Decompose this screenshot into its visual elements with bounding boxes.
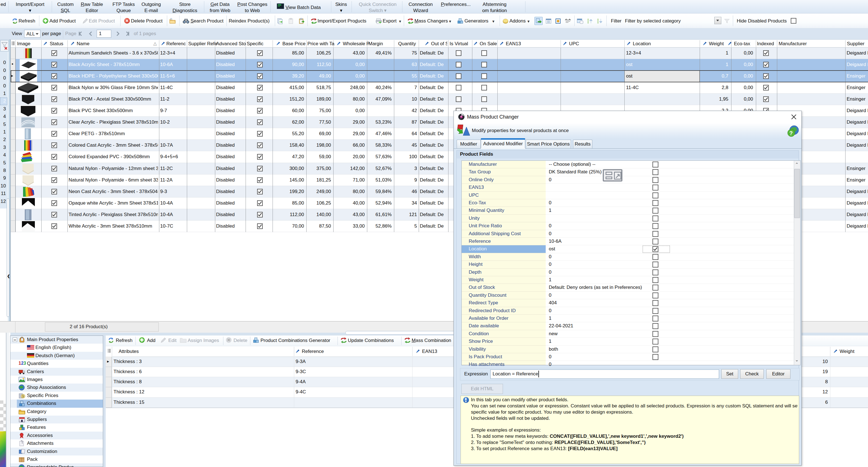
svg-text:$: $ [22,395,24,398]
svg-text:?: ? [789,130,793,136]
